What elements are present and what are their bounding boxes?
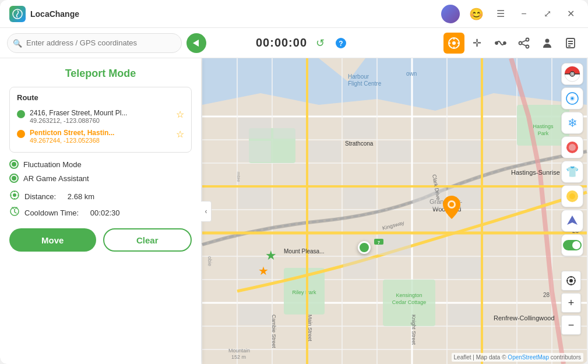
emoji-button[interactable]: 😊 [467,5,485,23]
distance-label: Distance: [24,192,56,201]
svg-rect-68 [308,141,341,162]
clear-button[interactable]: Clear [103,228,192,252]
svg-text:Hastings: Hastings [533,123,554,129]
svg-text:Cambie Street: Cambie Street [271,314,277,348]
cooldown-label: Cooldown Time: [24,208,79,217]
svg-text:28: 28 [543,292,550,298]
destination-marker [443,196,460,221]
app-window: LocaChange 😊 ☰ − ⤢ ✕ 🔍 00:00:00 ↺ [0,0,588,364]
route-item-2: Penticton Street, Hastin... 49.267244, -… [17,126,184,146]
svg-text:Hastings-Sunrise: Hastings-Sunrise [511,169,560,176]
svg-text:Cedar Cottage: Cedar Cottage [392,299,427,305]
compass-button[interactable] [561,87,583,109]
share-button[interactable] [513,33,534,54]
map-container[interactable]: Hastings Park Riley Park Kensington Ceda… [201,58,588,364]
zoom-out-button[interactable]: − [561,315,581,335]
svg-point-109 [571,97,573,100]
route-coords-2: 49.267244, -123.052368 [30,137,171,144]
attribution-prefix: Leaflet | Map data © [454,354,508,361]
svg-point-111 [569,144,576,151]
search-input[interactable] [7,33,182,53]
svg-point-11 [519,41,522,44]
svg-text:obie: obie [207,256,213,266]
maximize-button[interactable]: ⤢ [539,6,555,22]
attribution-suffix: contributors [551,354,581,361]
route-dot-orange [17,130,25,138]
cooldown-icon [9,206,20,219]
svg-point-118 [569,279,573,282]
minimize-button[interactable]: − [516,6,532,22]
close-button[interactable]: ✕ [562,6,579,22]
go-button[interactable] [186,33,206,53]
svg-rect-69 [343,118,376,139]
svg-point-106 [571,73,573,75]
shirt-button[interactable]: 👕 [561,161,583,183]
svg-text:Mount Pleasa...: Mount Pleasa... [284,248,324,255]
svg-point-16 [545,38,549,43]
pokeball-button[interactable] [561,63,583,85]
svg-line-14 [522,40,526,43]
window-controls: 😊 ☰ − ⤢ ✕ [441,5,579,23]
timer-refresh-button[interactable]: ↺ [312,35,328,51]
svg-point-13 [526,45,529,48]
zoom-in-button[interactable]: + [561,293,581,313]
search-icon: 🔍 [13,38,22,47]
svg-text:Mountain: Mountain [228,348,250,354]
svg-line-15 [522,44,526,46]
collapse-arrow[interactable]: ‹ [201,201,212,222]
main-content: Teleport Mode Route 2416, Fraser Street,… [0,58,588,364]
app-title: LocaChange [30,9,441,19]
svg-rect-73 [238,188,271,208]
svg-point-113 [569,193,575,199]
star-button-2[interactable]: ☆ [176,129,184,140]
teleport-mode-button[interactable] [443,33,464,54]
menu-button[interactable]: ☰ [492,6,509,22]
toggle-button[interactable] [561,234,583,256]
distance-item: Distance: 2.68 km [9,190,192,203]
svg-text:mbie: mbie [236,172,241,182]
route-name-2: Penticton Street, Hastin... [30,129,171,137]
svg-rect-81 [238,304,271,325]
map-attribution: Leaflet | Map data © OpenStreetMap contr… [452,353,583,362]
route-card: Route 2416, Fraser Street, Mount Pl... 4… [9,87,192,153]
arrow-button[interactable] [561,210,583,232]
timer-section: 00:00:00 ↺ ? [256,35,349,51]
star-button-1[interactable]: ☆ [176,109,184,120]
locate-button[interactable] [561,271,581,291]
help-button[interactable]: ? [333,35,349,51]
distance-value: 2.68 km [68,192,94,201]
history-button[interactable] [560,33,581,54]
svg-rect-72 [448,141,481,162]
toolbar: 🔍 00:00:00 ↺ ? [0,28,588,58]
svg-rect-65 [238,118,271,139]
svg-text:Knight Street: Knight Street [411,314,417,345]
zoom-out-icon: − [568,319,575,331]
candy-button[interactable] [561,185,583,207]
svg-text:Main Street: Main Street [307,314,313,342]
map-tools: ✛ [443,33,581,54]
svg-rect-67 [238,141,271,162]
route-mode-button[interactable] [490,33,511,54]
route-name-1: 2416, Fraser Street, Mount Pl... [30,109,171,117]
fluctuation-mode-label: Fluctuation Mode [23,160,82,169]
person-button[interactable] [537,33,558,54]
attribution-link[interactable]: OpenStreetMap [508,354,549,361]
svg-text:Strathcona: Strathcona [345,140,374,147]
move-mode-button[interactable]: ✛ [467,33,488,54]
snowflake-button[interactable]: ❄ [561,112,583,134]
svg-text:Harbour: Harbour [348,73,369,80]
timer-display: 00:00:00 [256,36,307,50]
svg-rect-79 [448,257,481,278]
app-logo [9,6,26,22]
route-text-2: Penticton Street, Hastin... 49.267244, -… [30,129,171,144]
route-dot-green [17,110,25,118]
svg-text:?: ? [339,40,343,48]
title-bar: LocaChange 😊 ☰ − ⤢ ✕ [0,0,588,28]
svg-rect-80 [448,304,481,325]
user-avatar-button[interactable] [441,5,460,23]
move-button[interactable]: Move [9,228,96,252]
red-circle-button[interactable] [561,136,583,158]
info-section: Distance: 2.68 km Cooldown Time: 00:02:3… [9,190,192,219]
svg-point-4 [452,41,456,45]
svg-rect-82 [343,257,376,278]
